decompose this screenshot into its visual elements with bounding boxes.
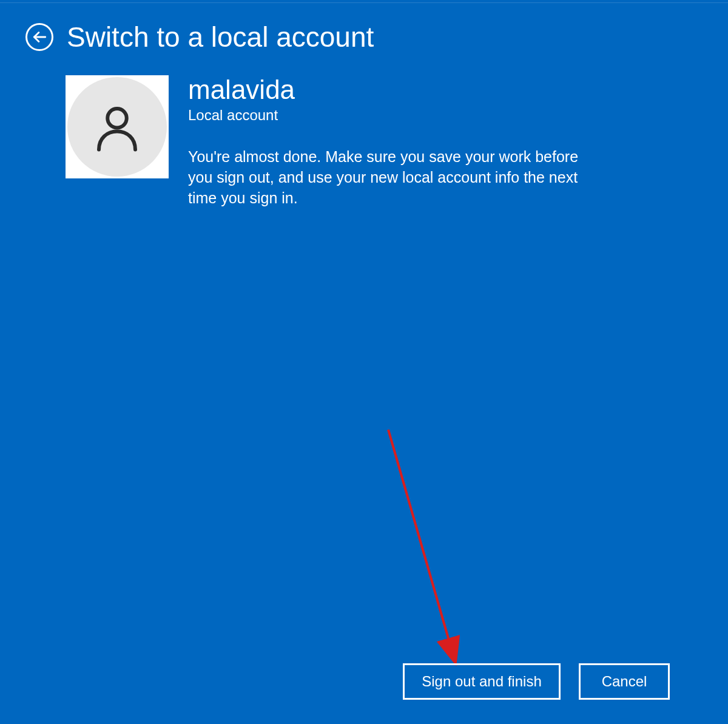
top-divider bbox=[0, 2, 728, 3]
sign-out-and-finish-button[interactable]: Sign out and finish bbox=[403, 663, 561, 700]
account-type: Local account bbox=[188, 107, 605, 124]
arrow-left-icon bbox=[32, 29, 47, 45]
back-button[interactable] bbox=[25, 23, 53, 51]
header: Switch to a local account bbox=[0, 0, 728, 53]
annotation-arrow-icon bbox=[376, 425, 497, 680]
button-row: Sign out and finish Cancel bbox=[403, 663, 670, 700]
user-icon bbox=[90, 100, 144, 154]
avatar bbox=[66, 75, 169, 178]
avatar-circle bbox=[67, 77, 167, 177]
svg-point-1 bbox=[107, 109, 127, 128]
account-description: You're almost done. Make sure you save y… bbox=[188, 147, 605, 208]
account-info: malavida Local account You're almost don… bbox=[169, 75, 605, 209]
content: malavida Local account You're almost don… bbox=[0, 53, 728, 209]
page-title: Switch to a local account bbox=[67, 21, 374, 53]
svg-line-3 bbox=[388, 430, 455, 661]
cancel-button[interactable]: Cancel bbox=[579, 663, 670, 700]
account-name: malavida bbox=[188, 75, 605, 104]
